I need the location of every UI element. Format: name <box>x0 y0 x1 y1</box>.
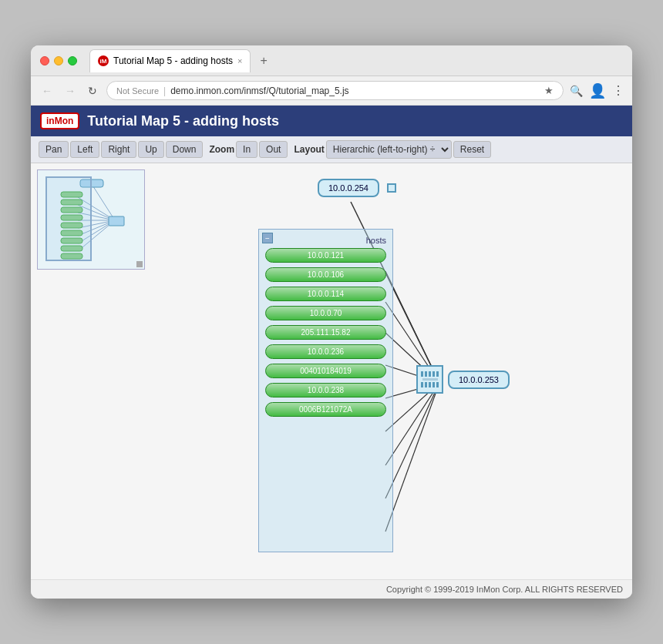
host-node-5[interactable]: 10.0.0.236 <box>265 344 386 359</box>
tab-bar: iM Tutorial Map 5 - adding hosts × + <box>89 49 623 72</box>
app-title: Tutorial Map 5 - adding hosts <box>87 113 279 129</box>
down-button[interactable]: Down <box>166 141 204 158</box>
host-node-8[interactable]: 0006B121072A <box>265 402 386 417</box>
hosts-title: hosts <box>265 236 386 245</box>
maximize-button[interactable] <box>68 56 77 65</box>
url-separator: | <box>163 86 166 96</box>
tab-close-icon[interactable]: × <box>237 56 242 65</box>
host-node-7[interactable]: 10.0.0.238 <box>265 383 386 397</box>
host-node-1[interactable]: 10.0.0.106 <box>265 267 386 282</box>
host-node-3[interactable]: 10.0.0.70 <box>265 306 386 320</box>
app-logo: inMon <box>40 112 79 129</box>
svg-line-27 <box>385 383 439 465</box>
refresh-button[interactable]: ↻ <box>85 83 100 99</box>
address-bar: ← → ↻ Not Secure | demo.inmon.com/inmsf/… <box>31 76 632 106</box>
user-icon[interactable]: 👤 <box>589 82 606 99</box>
close-button[interactable] <box>40 56 49 65</box>
switch-label[interactable]: 10.0.0.253 <box>448 371 510 389</box>
main-area: 10.0.0.254 − hosts 10.0.0.121 10.0.0.106… <box>31 163 632 579</box>
collapse-hosts-button[interactable]: − <box>262 233 273 243</box>
minimap-viewport <box>45 176 92 261</box>
host-node-0[interactable]: 10.0.0.121 <box>265 248 386 263</box>
security-indicator: Not Secure <box>116 86 159 96</box>
layout-label: Layout <box>294 144 324 155</box>
url-icons: ★ <box>544 85 554 96</box>
host-node-2[interactable]: 10.0.0.114 <box>265 287 386 301</box>
bookmark-icon[interactable]: ★ <box>544 85 554 96</box>
browser-window: iM Tutorial Map 5 - adding hosts × + ← →… <box>31 45 632 599</box>
host-node-6[interactable]: 004010184019 <box>265 364 386 378</box>
layout-select[interactable]: Hierarchic (left-to-right) ÷ <box>326 140 452 159</box>
tab-title: Tutorial Map 5 - adding hosts <box>113 55 233 66</box>
new-tab-button[interactable]: + <box>254 51 273 71</box>
footer: Copyright © 1999-2019 InMon Corp. ALL RI… <box>31 579 632 599</box>
right-button[interactable]: Right <box>101 141 136 158</box>
menu-icon[interactable]: ⋮ <box>612 83 624 98</box>
toolbar: Pan Left Right Up Down Zoom In Out Layou… <box>31 136 632 163</box>
zoom-label: Zoom <box>209 144 234 155</box>
back-button[interactable]: ← <box>39 83 56 99</box>
pan-button[interactable]: Pan <box>39 141 69 158</box>
forward-button[interactable]: → <box>62 83 79 99</box>
host-node-4[interactable]: 205.111.15.82 <box>265 325 386 340</box>
up-button[interactable]: Up <box>138 141 163 158</box>
node-10.0.0.254[interactable]: 10.0.0.254 <box>318 179 379 197</box>
hosts-group: − hosts 10.0.0.121 10.0.0.106 10.0.0.114… <box>258 229 393 552</box>
svg-line-28 <box>385 383 439 498</box>
traffic-lights <box>40 56 77 65</box>
minimap-resize-handle[interactable] <box>136 261 143 267</box>
active-tab[interactable]: iM Tutorial Map 5 - adding hosts × <box>89 49 251 72</box>
minimap <box>37 169 145 270</box>
app-header: inMon Tutorial Map 5 - adding hosts <box>31 106 632 136</box>
title-bar: iM Tutorial Map 5 - adding hosts × + <box>31 45 632 76</box>
minimize-button[interactable] <box>54 56 63 65</box>
left-button[interactable]: Left <box>70 141 99 158</box>
tab-favicon: iM <box>98 55 109 66</box>
switch-icon <box>416 365 443 394</box>
search-icon[interactable]: 🔍 <box>570 85 583 97</box>
url-bar[interactable]: Not Secure | demo.inmon.com/inmsf/Q/tuto… <box>106 81 564 100</box>
zoom-in-button[interactable]: In <box>236 141 257 158</box>
url-text: demo.inmon.com/inmsf/Q/tutorial_map_5.js <box>170 86 348 96</box>
svg-line-0 <box>92 184 115 220</box>
zoom-out-button[interactable]: Out <box>259 141 288 158</box>
copyright-text: Copyright © 1999-2019 InMon Corp. ALL RI… <box>386 585 623 594</box>
svg-rect-19 <box>109 216 124 226</box>
connector-top <box>387 183 396 193</box>
svg-line-29 <box>385 383 439 532</box>
reset-button[interactable]: Reset <box>453 141 491 158</box>
switch-node[interactable]: 10.0.0.253 <box>416 365 510 394</box>
